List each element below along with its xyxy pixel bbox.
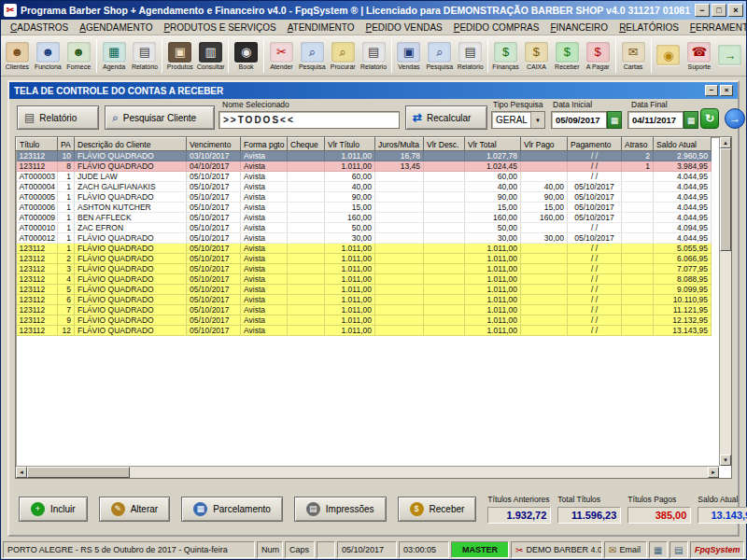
menu-item-atendimento[interactable]: ATENDIMENTO	[282, 21, 360, 34]
data-final-field[interactable]: 04/11/2017	[627, 111, 684, 129]
column-header[interactable]: Atraso	[622, 138, 654, 151]
scroll-down-icon[interactable]: ▼	[720, 455, 731, 466]
panel-close-button[interactable]: ×	[720, 85, 733, 96]
column-header[interactable]: Descrição do Cliente	[75, 138, 187, 151]
table-row[interactable]: 12311212FLÁVIO QUADRADO05/10/2017Avista1…	[17, 326, 712, 336]
alterar-button[interactable]: ✎Alterar	[99, 497, 170, 522]
toolbar-vendas-pesquisa-button[interactable]: ⌕Pesquisa	[424, 36, 455, 75]
scrollbar-thumb[interactable]	[720, 148, 731, 251]
toolbar-financas-button[interactable]: $Finanças	[490, 36, 521, 75]
toolbar-a-pagar-button[interactable]: $A Pagar	[583, 36, 613, 75]
toolbar-funcionarios-button[interactable]: ☻Funciona	[33, 36, 63, 75]
refresh-button[interactable]: ↻	[700, 108, 719, 129]
toolbar-procurar-button[interactable]: ⌕Procurar	[328, 36, 359, 75]
tipo-pesquisa-select[interactable]: GERAL ▼	[491, 111, 545, 129]
toolbar-consultar-button[interactable]: ▥Consultar	[195, 36, 226, 75]
table-row[interactable]: AT0000051FLÁVIO QUADRADO05/10/2017Avista…	[17, 192, 712, 203]
scroll-left-icon[interactable]: ◄	[16, 467, 27, 478]
scrollbar-thumb[interactable]	[27, 467, 130, 478]
menu-item-financeiro[interactable]: FINANCEIRO	[544, 21, 613, 34]
table-row[interactable]: 1231127FLÁVIO QUADRADO05/10/2017Avista1.…	[17, 305, 712, 315]
table-row[interactable]: 1231129FLÁVIO QUADRADO05/10/2017Avista1.…	[17, 315, 712, 326]
table-row[interactable]: AT0000061ASHTON KUTCHER05/10/2017Avista1…	[17, 203, 712, 213]
menu-item-ferramentas[interactable]: FERRAMENTAS	[684, 21, 747, 34]
toolbar-clientes-button[interactable]: ☻Clientes	[2, 36, 33, 75]
toolbar-agenda-relatorio-button[interactable]: ▤Relatório	[130, 36, 161, 75]
table-row[interactable]: 1231128FLÁVIO QUADRADO04/10/2017Avista1.…	[17, 161, 712, 172]
toolbar-atendimento-relatorio-button[interactable]: ▤Relatório	[359, 36, 389, 75]
column-header[interactable]: Vencimento	[187, 138, 241, 151]
pesquisar-cliente-button[interactable]: ⌕ Pesquisar Cliente	[105, 105, 215, 130]
close-button[interactable]: ×	[728, 4, 743, 17]
minimize-button[interactable]: −	[695, 4, 710, 17]
chevron-down-icon[interactable]: ▼	[530, 112, 544, 128]
toolbar-receber-button[interactable]: $Receber	[552, 36, 583, 75]
column-header[interactable]: Pagamento	[568, 138, 622, 151]
toolbar-fornecedores-button[interactable]: ☻Fornece	[63, 36, 94, 75]
toolbar-book-button[interactable]: ◉Book	[231, 36, 261, 75]
menu-item-pedido-vendas[interactable]: PEDIDO VENDAS	[360, 21, 448, 34]
menu-item-relat-rios[interactable]: RELATÓRIOS	[613, 21, 684, 34]
toolbar-vendas-relatorio-button[interactable]: ▤Relatório	[455, 36, 486, 75]
scroll-up-icon[interactable]: ▲	[720, 137, 731, 148]
table-row[interactable]: 1231124FLÁVIO QUADRADO05/10/2017Avista1.…	[17, 274, 712, 285]
contas-a-receber-window: TELA DE CONTROLE DO CONTAS A RECEBER − ×…	[7, 80, 740, 537]
table-row[interactable]: 1231123FLÁVIO QUADRADO05/10/2017Avista1.…	[17, 264, 712, 274]
relatorio-button[interactable]: ▤ Relatório	[17, 105, 99, 130]
column-header[interactable]: Título	[17, 138, 58, 151]
column-header[interactable]: Forma pgto	[241, 138, 288, 151]
table-row[interactable]: AT0000091BEN AFFLECK05/10/2017Avista160,…	[17, 213, 712, 223]
menu-item-produtos-e-servi-os[interactable]: PRODUTOS E SERVIÇOS	[158, 21, 281, 34]
toolbar-sair-button[interactable]: →	[714, 36, 745, 75]
parcelamento-button[interactable]: ▦Parcelamento	[181, 497, 283, 522]
table-row[interactable]: 1231125FLÁVIO QUADRADO05/10/2017Avista1.…	[17, 285, 712, 295]
table-cell	[375, 315, 424, 326]
toolbar-vendas-button[interactable]: ▣Vendas	[394, 36, 425, 75]
go-button[interactable]: →	[725, 108, 745, 129]
column-header[interactable]: Vlr Total	[465, 138, 521, 151]
table-row[interactable]: AT0000031JUDE LAW05/10/2017Avista60,0060…	[17, 172, 712, 182]
toolbar-cartas-button[interactable]: ✉Cartas	[618, 36, 649, 75]
table-row[interactable]: 12311210FLÁVIO QUADRADO03/10/2017Avista1…	[17, 151, 712, 161]
scroll-right-icon[interactable]: ►	[708, 467, 719, 478]
incluir-button[interactable]: +Incluir	[19, 497, 88, 522]
column-header[interactable]: Vlr Pago	[521, 138, 568, 151]
column-header[interactable]: Juros/Multa	[375, 138, 424, 151]
toolbar-atendimento-pesquisa-button[interactable]: ⌕Pesquisa	[297, 36, 328, 75]
column-header[interactable]: Vlr Título	[325, 138, 375, 151]
scrollbar-track[interactable]	[720, 251, 731, 455]
table-row[interactable]: AT0000121FLÁVIO QUADRADO05/10/2017Avista…	[17, 233, 712, 244]
calendar-inicial-icon[interactable]: ▦	[607, 111, 622, 129]
menu-item-agendamento[interactable]: AGENDAMENTO	[74, 21, 158, 34]
table-row[interactable]: 1231126FLÁVIO QUADRADO05/10/2017Avista1.…	[17, 295, 712, 305]
table-row[interactable]: 1231122FLÁVIO QUADRADO05/10/2017Avista1.…	[17, 254, 712, 264]
toolbar-produtos-button[interactable]: ▣Produtos	[164, 36, 195, 75]
fornecedores-icon: ☻	[67, 42, 91, 63]
table-row[interactable]: AT0000101ZAC EFRON05/10/2017Avista50,005…	[17, 223, 712, 233]
maximize-button[interactable]: □	[712, 4, 726, 17]
menu-item-pedido-compras[interactable]: PEDIDO COMPRAS	[448, 21, 545, 34]
calendar-final-icon[interactable]: ▦	[684, 111, 698, 129]
column-header[interactable]: Saldo Atual	[654, 138, 712, 151]
toolbar-moedas-button[interactable]: ◉	[654, 36, 684, 75]
recalcular-button[interactable]: ⇄ Recalcular	[405, 105, 487, 130]
horizontal-scrollbar[interactable]: ◄ ►	[16, 466, 719, 478]
column-header[interactable]: Cheque	[288, 138, 325, 151]
panel-minimize-button[interactable]: −	[705, 85, 718, 96]
menu-item-cadastros[interactable]: CADASTROS	[5, 21, 74, 34]
data-inicial-field[interactable]: 05/09/2017	[551, 111, 607, 129]
vertical-scrollbar[interactable]: ▲ ▼	[719, 137, 731, 466]
column-header[interactable]: PA	[58, 138, 75, 151]
toolbar-label: Fornece	[66, 63, 91, 70]
table-cell	[288, 285, 325, 295]
table-row[interactable]: 1231121FLÁVIO QUADRADO05/10/2017Avista1.…	[17, 244, 712, 254]
receber-button[interactable]: $Receber	[398, 497, 477, 522]
toolbar-caixa-button[interactable]: $CAIXA	[521, 36, 552, 75]
impressoes-button[interactable]: ▤Impressões	[294, 497, 387, 522]
table-row[interactable]: AT0000041ZACH GALIFIANAKIS05/10/2017Avis…	[17, 182, 712, 192]
toolbar-atender-button[interactable]: ✂Atender	[266, 36, 297, 75]
toolbar-agenda-button[interactable]: ▦Agenda	[99, 36, 130, 75]
column-header[interactable]: Vlr Desc.	[424, 138, 465, 151]
toolbar-suporte-button[interactable]: ☎Suporte	[684, 36, 714, 75]
nome-selecionado-field[interactable]: >>TODOS<<	[218, 111, 400, 129]
